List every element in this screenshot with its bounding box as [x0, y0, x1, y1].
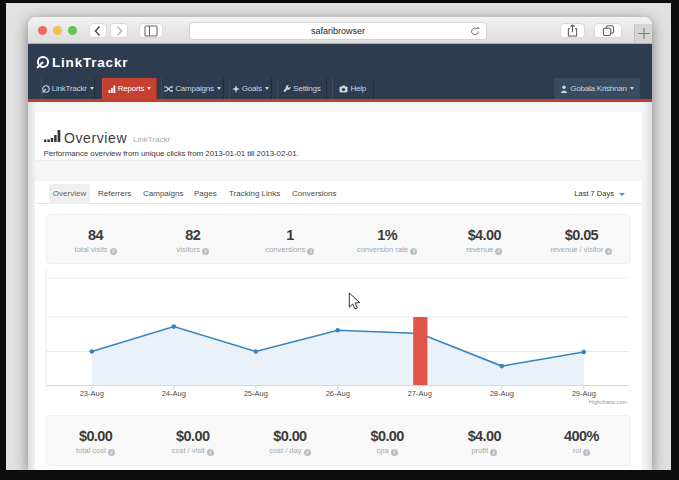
svg-text:28-Aug: 28-Aug — [490, 389, 514, 398]
svg-text:23-Aug: 23-Aug — [80, 389, 104, 398]
svg-text:24-Aug: 24-Aug — [162, 389, 186, 398]
svg-text:Highcharts.com: Highcharts.com — [589, 399, 628, 405]
svg-text:29-Aug: 29-Aug — [572, 389, 596, 398]
svg-text:25-Aug: 25-Aug — [244, 389, 268, 398]
svg-text:26-Aug: 26-Aug — [326, 389, 350, 398]
svg-text:27-Aug: 27-Aug — [408, 389, 432, 398]
